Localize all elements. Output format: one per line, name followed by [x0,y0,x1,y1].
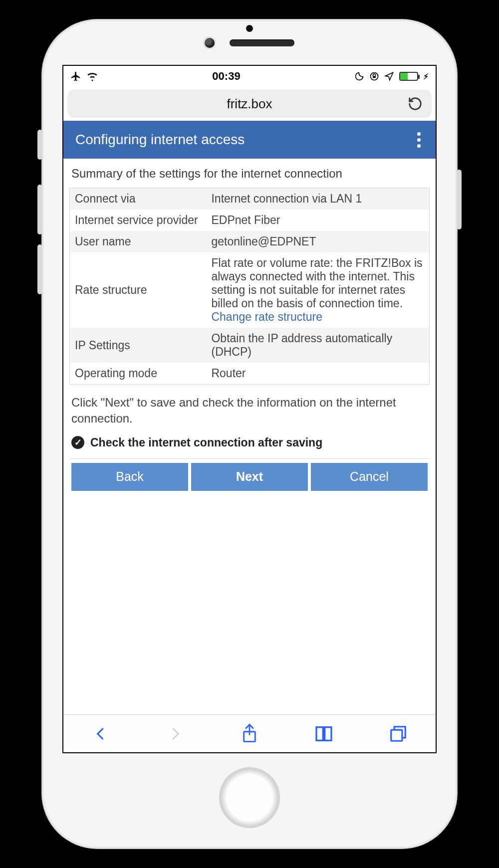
rate-structure-text: Flat rate or volume rate: the FRITZ!Box … [211,256,422,310]
svg-rect-1 [373,76,376,78]
ios-status-bar: 00:39 ⚡︎ [63,66,436,87]
setting-label: Operating mode [70,363,207,385]
status-time: 00:39 [212,70,240,83]
bookmarks-icon[interactable] [314,724,334,744]
phone-screen: 00:39 ⚡︎ fritz.box [62,65,437,753]
wizard-button-bar: Back Next Cancel [69,458,430,496]
svg-rect-3 [391,730,402,741]
page-app-bar: Configuring internet access [63,121,436,159]
mute-switch [37,130,42,160]
web-page: Configuring internet access Summary of t… [63,121,436,714]
wifi-icon [86,70,98,82]
checkbox-checked-icon[interactable]: ✓ [71,436,84,449]
setting-label: Rate structure [70,252,207,328]
volume-up-button [37,185,42,234]
page-content: Summary of the settings for the internet… [63,159,436,714]
setting-label: IP Settings [70,328,207,363]
share-icon[interactable] [240,724,259,744]
tabs-icon[interactable] [388,724,408,744]
table-row: User name getonline@EDPNET [70,231,430,252]
next-button[interactable]: Next [191,463,308,491]
charging-icon: ⚡︎ [423,72,429,81]
checkbox-label: Check the internet connection after savi… [90,436,322,449]
url-text: fritz.box [227,96,272,112]
phone-top-hardware [42,38,457,48]
settings-summary-table: Connect via Internet connection via LAN … [69,188,430,385]
setting-value: Router [206,363,429,385]
back-button[interactable]: Back [71,463,188,491]
summary-heading: Summary of the settings for the internet… [71,167,428,181]
setting-label: User name [70,231,207,252]
table-row: IP Settings Obtain the IP address automa… [70,328,430,363]
proximity-sensor [246,25,253,32]
location-icon [384,71,394,81]
more-menu-icon[interactable] [414,129,424,151]
setting-label: Internet service provider [70,210,207,231]
browser-address-bar-container: fritz.box [63,87,436,121]
power-button [457,170,462,229]
do-not-disturb-icon [354,71,364,81]
setting-value: Flat rate or volume rate: the FRITZ!Box … [206,252,429,328]
earpiece-speaker [230,39,294,46]
orientation-lock-icon [369,71,379,81]
airplane-mode-icon [70,71,81,82]
reload-icon[interactable] [408,96,423,111]
browser-address-bar[interactable]: fritz.box [67,90,432,118]
setting-label: Connect via [70,188,207,210]
instruction-text: Click "Next" to save and check the infor… [71,395,428,427]
battery-icon [399,72,418,81]
browser-toolbar [63,714,436,752]
cancel-button[interactable]: Cancel [311,463,428,491]
setting-value: Obtain the IP address automatically (DHC… [206,328,429,363]
change-rate-structure-link[interactable]: Change rate structure [211,310,322,323]
browser-back-icon[interactable] [91,724,111,744]
setting-value: EDPnet Fiber [206,210,429,231]
check-connection-checkbox-row[interactable]: ✓ Check the internet connection after sa… [71,436,428,449]
browser-forward-icon [165,724,185,744]
page-title: Configuring internet access [75,132,245,148]
front-camera [205,38,215,48]
table-row: Rate structure Flat rate or volume rate:… [70,252,430,328]
phone-device-frame: 00:39 ⚡︎ fritz.box [42,20,457,848]
setting-value: getonline@EDPNET [206,231,429,252]
home-button[interactable] [220,768,279,827]
setting-value: Internet connection via LAN 1 [206,188,429,210]
table-row: Connect via Internet connection via LAN … [70,188,430,210]
table-row: Operating mode Router [70,363,430,385]
table-row: Internet service provider EDPnet Fiber [70,210,430,231]
volume-down-button [37,244,42,294]
